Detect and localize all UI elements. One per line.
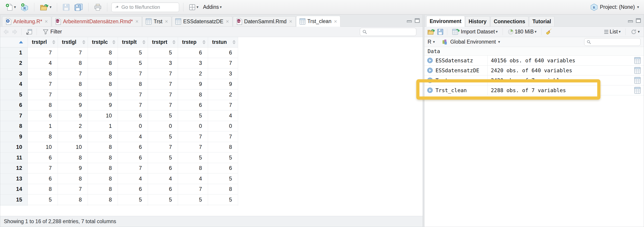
column-header-label: trstlgl [62, 39, 76, 45]
new-file-caret-icon: ▾ [14, 5, 16, 9]
table-cell: 0 [178, 121, 208, 132]
project-selector[interactable]: R Project: (None) ▾ [590, 4, 640, 11]
table-cell: 2 [58, 121, 88, 132]
project-label: Project: (None) [600, 4, 635, 10]
editor-tab-trst-clean[interactable]: Trst_clean× [296, 16, 341, 27]
row-number-column-header[interactable] [0, 37, 28, 48]
view-object-button[interactable] [631, 57, 644, 64]
tab-connections[interactable]: Connections [490, 16, 528, 26]
panes-layout-button[interactable]: ▾ [188, 3, 200, 12]
memory-usage-button[interactable]: 180 MiB ▾ [506, 28, 538, 36]
editor-tab-anleitung-r[interactable]: RAnleitung.R*× [2, 16, 51, 26]
table-cell: 5 [178, 152, 208, 163]
column-header-label: trstprt [152, 39, 168, 45]
table-cell: 5 [148, 152, 178, 163]
table-cell: 6 [28, 152, 58, 163]
tab-tutorial[interactable]: Tutorial [529, 16, 554, 26]
new-project-button[interactable]: R [19, 2, 30, 12]
table-cell: 3 [148, 58, 178, 69]
goto-file-function-box[interactable] [111, 2, 179, 12]
column-header-trstplc[interactable]: trstplc [88, 37, 118, 48]
load-workspace-button[interactable] [427, 28, 435, 35]
environment-entry-trst-clean[interactable]: Trst_clean2288 obs. of 7 variables [424, 86, 644, 95]
back-button[interactable] [4, 29, 9, 35]
view-object-button[interactable] [631, 87, 644, 94]
tab-environment[interactable]: Environment [426, 16, 465, 27]
forward-button[interactable] [12, 29, 18, 35]
open-in-new-window-button[interactable] [26, 28, 32, 35]
new-file-button[interactable]: ▾ [4, 2, 18, 12]
toolbar-separator [502, 28, 503, 35]
table-cell: 8 [88, 48, 118, 58]
table-cell: 7 [208, 58, 238, 69]
table-search-input[interactable] [369, 29, 414, 34]
column-header-trstprl[interactable]: trstprl [28, 37, 58, 48]
toolbar-separator [22, 28, 22, 35]
expand-icon[interactable] [427, 78, 433, 83]
environment-search-box[interactable] [584, 38, 640, 46]
tab-close-icon[interactable]: × [289, 18, 292, 24]
toolbar-separator [57, 3, 57, 12]
row-number: 7 [0, 110, 28, 121]
table-cell: 7 [28, 48, 58, 58]
table-search-box[interactable] [360, 28, 416, 36]
tab-close-icon[interactable]: × [44, 18, 48, 24]
save-workspace-button[interactable] [437, 29, 444, 35]
view-object-button[interactable] [631, 77, 644, 84]
row-number: 12 [0, 163, 28, 174]
column-header-trstun[interactable]: trstun [208, 37, 238, 48]
print-button[interactable] [92, 3, 103, 12]
expand-icon[interactable] [427, 68, 433, 73]
open-file-button[interactable]: ▾ [38, 2, 53, 12]
addins-button[interactable]: Addins ▾ [202, 3, 223, 11]
table-cell: 8 [88, 68, 118, 79]
column-header-trstprt[interactable]: trstprt [148, 37, 178, 48]
language-selector[interactable]: R ▾ [428, 39, 435, 45]
table-cell: 5 [148, 194, 178, 205]
column-header-trstep[interactable]: trstep [178, 37, 208, 48]
tab-close-icon[interactable]: × [135, 18, 138, 24]
editor-tab-trst[interactable]: Trst× [142, 16, 172, 26]
tab-close-icon[interactable]: × [334, 18, 337, 24]
save-button[interactable] [61, 3, 71, 12]
scope-selector[interactable]: Global Environment ▾ [442, 39, 500, 45]
clear-environment-button[interactable] [545, 28, 552, 35]
environment-entry-essdatensatz[interactable]: ESSdatensatz40156 obs. of 640 variables [424, 56, 644, 66]
table-cell: 8 [28, 184, 58, 195]
table-cell: 10 [28, 142, 58, 153]
tab-close-icon[interactable]: × [164, 18, 168, 24]
refresh-button[interactable]: ▾ [629, 28, 641, 36]
minimize-pane-button[interactable] [406, 20, 412, 23]
goto-file-function-input[interactable] [121, 4, 176, 10]
tab-close-icon[interactable]: × [226, 18, 229, 24]
save-all-button[interactable] [73, 2, 84, 12]
filter-button[interactable]: Filter [41, 28, 64, 35]
environment-search-input[interactable] [593, 39, 638, 45]
expand-icon[interactable] [427, 88, 433, 93]
table-cell: 8 [58, 79, 88, 90]
maximize-pane-button[interactable] [636, 18, 641, 23]
environment-entry-trst[interactable]: Trst2420 obs. of 7 variables [424, 76, 644, 86]
editor-tab-arbeitenmitdatens-tzen-rmd[interactable]: RmdArbeitenmitDatensätzen.Rmd*× [52, 16, 142, 26]
table-cell: 8 [208, 184, 238, 195]
environment-entry-essdatensatzde[interactable]: ESSdatensatzDE2420 obs. of 640 variables [424, 66, 644, 76]
expand-icon[interactable] [427, 58, 433, 63]
tab-label: Tutorial [532, 18, 551, 24]
object-name: ESSdatensatzDE [436, 68, 479, 74]
list-view-button[interactable]: List ▾ [602, 28, 622, 36]
import-dataset-button[interactable]: Import Dataset ▾ [451, 28, 499, 36]
maximize-pane-button[interactable] [414, 18, 420, 23]
environment-tabbar: EnvironmentHistoryConnectionsTutorial [424, 15, 644, 27]
view-object-button[interactable] [631, 67, 644, 74]
column-header-trstplt[interactable]: trstplt [118, 37, 148, 48]
tab-history[interactable]: History [465, 16, 490, 26]
refresh-icon [631, 29, 637, 35]
editor-tab-datensamml-rmd[interactable]: RmdDatenSamml.Rmd× [233, 16, 296, 26]
table-cell: 8 [58, 194, 88, 205]
table-cell: 8 [178, 90, 208, 100]
column-header-trstlgl[interactable]: trstlgl [58, 37, 88, 48]
table-cell: 4 [178, 205, 208, 206]
minimize-pane-button[interactable] [628, 20, 634, 23]
toolbar-separator [542, 28, 542, 35]
editor-tab-essdatensatzde[interactable]: ESSdatensatzDE× [172, 16, 232, 26]
